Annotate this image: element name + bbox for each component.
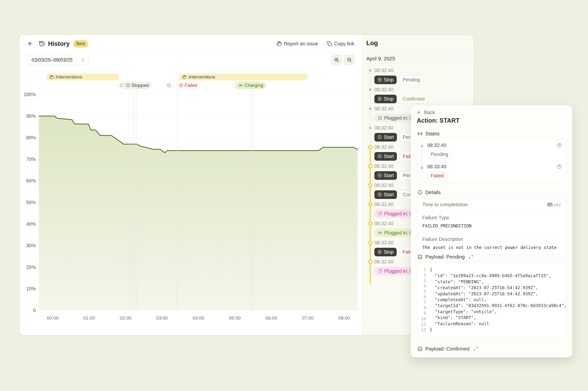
action-chip-label: Stop xyxy=(384,77,393,83)
code-line-number: 3 xyxy=(417,278,426,283)
arrow-left-icon xyxy=(417,110,422,115)
chart-event-badge-label: Stopped xyxy=(131,83,149,88)
expand-payload-confirmed-button[interactable] xyxy=(474,347,478,351)
svg-text:02:00: 02:00 xyxy=(120,315,131,321)
info-icon xyxy=(417,190,423,195)
timeline-dot xyxy=(368,221,372,226)
init-loop-icon xyxy=(378,211,382,216)
log-entry[interactable]: 08:32:40StopConfirmed xyxy=(374,86,428,103)
detail-back-button[interactable]: Back xyxy=(417,110,435,115)
details-section-heading: Details xyxy=(417,189,441,195)
failure-description-label: Failure Description xyxy=(422,236,561,242)
stop-action-chip[interactable]: Stop xyxy=(374,248,397,256)
action-chip-label: Start xyxy=(384,192,394,197)
question-icon xyxy=(557,143,562,148)
action-chip-label: Start xyxy=(384,173,394,178)
code-line-number: 8 xyxy=(417,305,426,310)
state-time: 08:32:40 xyxy=(427,143,446,148)
broadcast-icon xyxy=(417,131,423,136)
time-to-completion-label: Time to completetion xyxy=(422,202,468,208)
log-entry-time: 08:32:40 xyxy=(374,67,424,74)
svg-text:30%: 30% xyxy=(26,243,36,248)
failure-type-value: FAILED_PRECONDITION xyxy=(422,223,561,229)
intervention-label: Interventions xyxy=(189,74,215,80)
action-detail-panel: Back Action: START States 08:32:40Pendin… xyxy=(411,105,572,357)
stop-action-chip[interactable]: Stop xyxy=(374,76,397,84)
state-help-button[interactable] xyxy=(557,164,562,170)
start-action-chip[interactable]: Start xyxy=(374,133,397,142)
start-action-chip[interactable]: Start xyxy=(374,152,397,161)
timeline-dot xyxy=(369,69,371,72)
code-line-number: 12 xyxy=(417,327,426,332)
stacked-badge-ghost xyxy=(164,82,174,89)
log-entry-time: 08:32:40 xyxy=(374,86,428,93)
failure-type-row: Failure Type FAILED_PRECONDITION xyxy=(417,211,566,233)
expand-icon xyxy=(469,255,473,259)
state-help-button[interactable] xyxy=(557,143,562,148)
stop-circle-icon xyxy=(378,97,382,101)
status-badge: Confirmed xyxy=(399,95,428,103)
timeline-dot xyxy=(368,164,372,168)
question-icon xyxy=(557,164,562,169)
play-circle-icon xyxy=(167,83,171,88)
payload-pending-heading: Payload: Pending xyxy=(417,254,473,260)
timeline-dot xyxy=(368,202,372,206)
chart-event-badge-label: Charging xyxy=(244,83,263,88)
terminal-icon xyxy=(417,254,423,260)
expand-icon xyxy=(474,347,478,351)
init-loop-icon xyxy=(378,269,382,273)
timeline-dot xyxy=(369,127,371,129)
payload-confirmed-code xyxy=(417,354,566,357)
action-chip-label: Stop xyxy=(384,249,393,255)
svg-text:50%: 50% xyxy=(26,200,36,205)
timeline-dot xyxy=(368,145,372,149)
svg-text:07:00: 07:00 xyxy=(302,315,314,321)
intervention-bar[interactable]: Interventions xyxy=(47,74,119,81)
svg-text:80%: 80% xyxy=(26,135,36,140)
stop-square-icon xyxy=(378,116,382,120)
svg-text:03:00: 03:00 xyxy=(156,315,168,321)
log-entry[interactable]: 08:32:40StopPending xyxy=(374,67,424,84)
state-dot xyxy=(421,145,423,147)
state-dot xyxy=(421,167,423,169)
states-section-heading: States xyxy=(417,131,440,137)
payload-pending-label: Payload: Pending xyxy=(425,254,465,260)
soc-area-chart: 100%90%80%70%60%50%40%30%20%10%000:0001:… xyxy=(20,35,362,335)
svg-text:90%: 90% xyxy=(26,113,36,119)
svg-text:01:00: 01:00 xyxy=(83,315,95,321)
payload-pending-code: 123456789101112 { "id": "1e289a23-cc8a-4… xyxy=(417,263,566,336)
failure-type-label: Failure Type xyxy=(422,215,561,221)
timeline-dot xyxy=(369,89,371,91)
code-line-number: 7 xyxy=(417,300,426,305)
details-heading-label: Details xyxy=(425,189,441,195)
svg-text:06:00: 06:00 xyxy=(265,315,277,321)
chart-event-badge-failed[interactable]: Failed xyxy=(176,82,200,89)
play-circle-filled-icon xyxy=(378,192,382,197)
code-line-number: 9 xyxy=(417,310,426,316)
time-to-completion-value: 85 sec xyxy=(547,202,561,207)
expand-payload-pending-button[interactable] xyxy=(469,255,473,259)
action-chip-label: Stop xyxy=(384,96,393,102)
intervention-bar[interactable]: Interventions xyxy=(179,74,307,81)
stop-square-icon xyxy=(126,83,130,88)
intervention-label: Interventions xyxy=(56,74,82,80)
stop-circle-icon xyxy=(378,78,382,82)
area-chart-svg: 100%90%80%70%60%50%40%30%20%10%000:0001:… xyxy=(22,86,360,321)
state-badge-failed: Failed xyxy=(427,172,447,180)
details-card: Time to completetion 85 sec Failure Type… xyxy=(417,198,566,255)
svg-text:20%: 20% xyxy=(26,264,36,270)
svg-text:100%: 100% xyxy=(23,92,36,97)
terminal-icon xyxy=(417,346,423,352)
action-chip-label: Start xyxy=(384,154,394,159)
state-badge-pending: Pending xyxy=(427,150,452,159)
code-line-number: 10 xyxy=(417,316,426,322)
battery-charging-icon xyxy=(378,231,382,235)
start-action-chip[interactable]: Start xyxy=(374,171,397,180)
detail-back-label: Back xyxy=(424,110,435,115)
states-card: 08:32:40Pending08:33:40Failed xyxy=(417,139,566,182)
stop-action-chip[interactable]: Stop xyxy=(374,95,397,103)
chart-event-badge-charging[interactable]: Charging xyxy=(235,82,266,89)
play-circle-filled-icon xyxy=(378,154,382,158)
chart-event-badge-stopped[interactable]: Stopped xyxy=(123,82,152,89)
start-action-chip[interactable]: Start xyxy=(374,190,397,199)
